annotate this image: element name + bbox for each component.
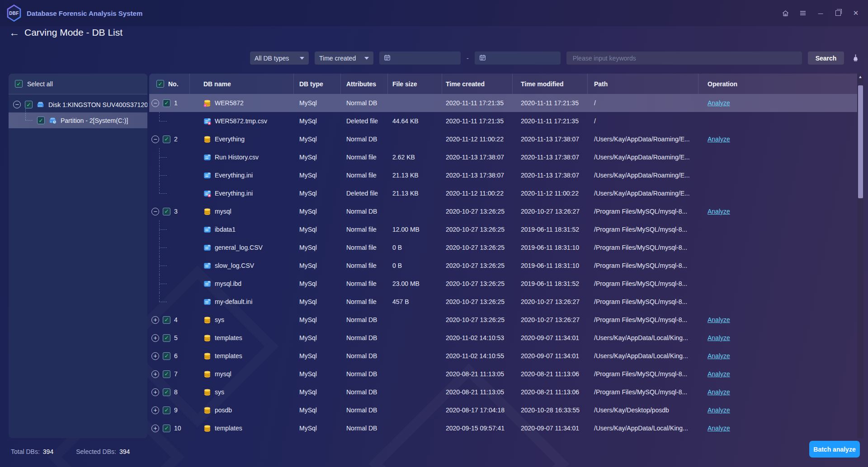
path-cell-value: / [594, 117, 596, 125]
home-icon[interactable] [781, 9, 789, 17]
attributes-cell: Normal DB [341, 329, 388, 347]
table-row[interactable]: +✓10templatesMySqlNormal DB2020-09-15 09… [149, 419, 863, 437]
table-row[interactable]: Everything.iniMySqlNormal file21.13 KB20… [149, 166, 863, 184]
scrollbar-thumb[interactable] [858, 85, 863, 198]
analyze-link[interactable]: Analyze [708, 370, 730, 378]
back-arrow-icon[interactable]: ← [9, 28, 19, 38]
table-row[interactable]: −✓2EverythingMySqlNormal DB2020-11-12 11… [149, 130, 863, 148]
restore-icon[interactable] [834, 9, 842, 17]
collapse-icon[interactable]: − [151, 208, 159, 215]
analyze-link[interactable]: Analyze [708, 352, 730, 360]
table-row[interactable]: Run History.csvMySqlNormal file2.62 KB20… [149, 148, 863, 166]
select-all-checkbox[interactable]: ✓ [15, 80, 23, 88]
clear-filters-icon[interactable] [850, 53, 861, 64]
time-created-cell-value: 2020-08-21 11:13:05 [446, 370, 504, 378]
db-list-table: ✓No.DB nameDB typeAttributesFile sizeTim… [149, 74, 863, 438]
row-checkbox[interactable]: ✓ [163, 352, 170, 360]
expand-icon[interactable]: + [151, 425, 159, 432]
table-row[interactable]: +✓9posdbMySqlNormal DB2020-08-17 17:04:1… [149, 401, 863, 419]
table-row[interactable]: −✓1WER5872MySqlNormal DB2020-11-11 17:21… [149, 94, 863, 112]
path-cell-value: /Users/Kay/AppData/Roaming/E... [594, 135, 690, 143]
db-name-cell: Everything.ini [190, 184, 294, 202]
table-row[interactable]: +✓4sysMySqlNormal DB2020-10-27 13:26:252… [149, 311, 863, 329]
table-row[interactable]: my-default.iniMySqlNormal file457 B2020-… [149, 293, 863, 311]
tree-item-partition[interactable]: ✓Partition - 2[System(C:)] [9, 112, 147, 128]
row-checkbox[interactable]: ✓ [163, 208, 170, 215]
expand-icon[interactable]: + [151, 388, 159, 396]
file-icon [203, 226, 211, 234]
collapse-icon[interactable]: − [151, 99, 159, 107]
close-icon[interactable]: ✕ [852, 9, 860, 17]
file-icon [203, 262, 211, 270]
row-checkbox[interactable]: ✓ [163, 316, 170, 324]
time-created-cell-value: 2020-10-27 13:26:25 [446, 244, 505, 251]
date-to-input[interactable] [475, 51, 561, 65]
no-cell: −✓3 [149, 202, 190, 220]
analyze-link[interactable]: Analyze [708, 425, 730, 432]
database-icon [203, 406, 211, 414]
time-created-cell: 2020-10-27 13:26:25 [442, 202, 513, 220]
time-modified-cell: 2020-08-21 11:13:06 [513, 383, 588, 401]
db-type-dropdown[interactable]: All DB types [250, 51, 309, 65]
tree-checkbox[interactable]: ✓ [25, 101, 33, 108]
header-checkbox[interactable]: ✓ [156, 80, 164, 88]
expand-icon[interactable]: + [151, 352, 159, 360]
database-icon [203, 388, 211, 396]
tree-line [159, 284, 167, 284]
row-checkbox[interactable]: ✓ [163, 406, 170, 414]
row-number: 10 [174, 425, 181, 432]
table-row[interactable]: ibdata1MySqlNormal file12.00 MB2020-10-2… [149, 220, 863, 238]
menu-icon[interactable] [799, 9, 807, 17]
minimize-icon[interactable]: ─ [816, 9, 825, 17]
row-checkbox[interactable]: ✓ [163, 425, 170, 432]
table-row[interactable]: +✓6templatesMySqlNormal DB2020-11-02 14:… [149, 347, 863, 365]
check-icon: ✓ [164, 209, 169, 214]
scrollbar-track[interactable]: ▲ [857, 74, 863, 438]
path-cell: /Program Files/MySQL/mysql-8... [588, 293, 698, 311]
analyze-link[interactable]: Analyze [708, 316, 730, 323]
search-button[interactable]: Search [808, 51, 844, 65]
analyze-link[interactable]: Analyze [708, 334, 730, 341]
expand-icon[interactable]: + [151, 316, 159, 324]
table-row[interactable]: Everything.iniMySqlDeleted file21.13 KB2… [149, 184, 863, 202]
expand-icon[interactable]: + [151, 370, 159, 378]
row-checkbox[interactable]: ✓ [163, 334, 170, 342]
analyze-link[interactable]: Analyze [708, 99, 730, 107]
table-row[interactable]: mysql.ibdMySqlNormal file23.00 MB2020-10… [149, 275, 863, 293]
table-row[interactable]: slow_log.CSVMySqlNormal file0 B2020-10-2… [149, 257, 863, 275]
row-checkbox[interactable]: ✓ [163, 370, 170, 378]
row-checkbox[interactable]: ✓ [163, 135, 170, 143]
table-row[interactable]: +✓5templatesMySqlNormal DB2020-11-02 14:… [149, 329, 863, 347]
db-name-cell: my-default.ini [190, 293, 294, 311]
date-from-input[interactable] [379, 51, 461, 65]
analyze-link[interactable]: Analyze [708, 406, 730, 414]
collapse-icon[interactable]: − [151, 135, 159, 143]
expand-icon[interactable]: + [151, 334, 159, 342]
table-row[interactable]: +✓7mysqlMySqlNormal DB2020-08-21 11:13:0… [149, 365, 863, 383]
analyze-link[interactable]: Analyze [708, 208, 730, 215]
analyze-link[interactable]: Analyze [708, 388, 730, 396]
row-checkbox[interactable]: ✓ [163, 388, 170, 396]
table-row[interactable]: −✓3mysqlMySqlNormal DB2020-10-27 13:26:2… [149, 202, 863, 220]
time-field-dropdown[interactable]: Time created [315, 51, 373, 65]
expand-icon[interactable]: + [151, 406, 159, 414]
db-type-cell-value: MySql [299, 406, 317, 414]
path-cell-value: /Users/Kay/AppData/Local/King... [594, 334, 688, 341]
collapse-icon[interactable]: − [13, 101, 21, 108]
time-modified-cell-value: 2020-10-28 16:33:55 [521, 406, 580, 414]
table-row[interactable]: +✓8sysMySqlNormal DB2020-08-21 11:13:052… [149, 383, 863, 401]
scrollbar-up-icon[interactable]: ▲ [857, 75, 863, 79]
keywords-input[interactable] [572, 54, 797, 62]
attributes-cell-value: Deleted file [346, 117, 378, 125]
db-type-cell: MySql [294, 329, 341, 347]
analyze-link[interactable]: Analyze [708, 135, 730, 143]
tree-checkbox[interactable]: ✓ [37, 117, 45, 124]
batch-analyze-button[interactable]: Batch analyze [809, 441, 860, 458]
no-cell: −✓2 [149, 130, 190, 148]
time-modified-cell: 2020-09-07 11:34:01 [513, 347, 588, 365]
table-row[interactable]: general_log.CSVMySqlNormal file0 B2020-1… [149, 238, 863, 257]
attributes-cell-value: Normal file [346, 280, 377, 287]
table-row[interactable]: WER5872.tmp.csvMySqlDeleted file44.64 KB… [149, 112, 863, 130]
row-checkbox[interactable]: ✓ [163, 99, 170, 107]
tree-item-disk[interactable]: −✓Disk 1:KINGSTON SUV400S37120G [9, 97, 147, 112]
